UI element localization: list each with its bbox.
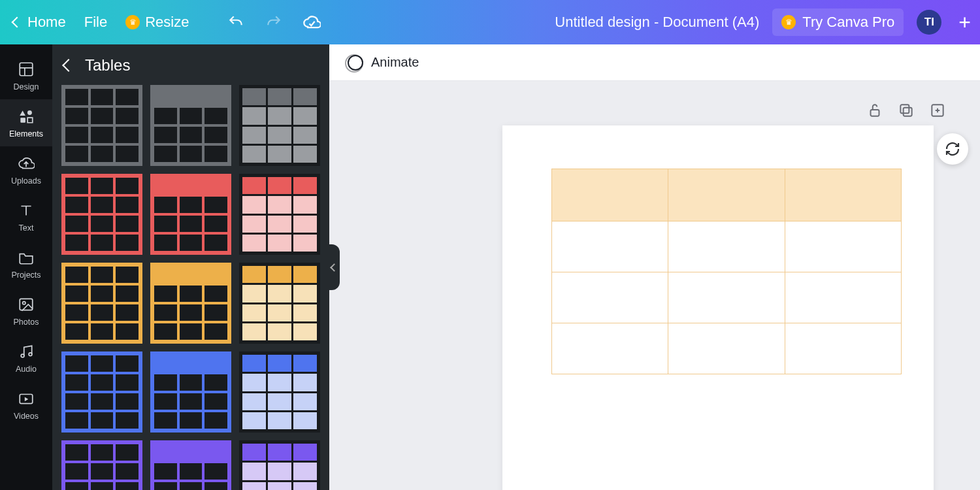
table-cell[interactable]	[785, 323, 901, 374]
nav-item-elements[interactable]: Elements	[0, 99, 52, 146]
svg-rect-2	[20, 118, 25, 123]
redo-button[interactable]	[265, 13, 283, 31]
home-button[interactable]: Home	[13, 14, 66, 31]
svg-point-5	[21, 354, 24, 357]
toolbar-left-group: Home File Resize	[13, 13, 321, 31]
side-nav-rail: DesignElementsUploadsTextProjectsPhotosA…	[0, 44, 52, 490]
nav-item-text[interactable]: Text	[0, 193, 52, 240]
add-button[interactable]: +	[955, 10, 975, 35]
nav-label: Text	[19, 223, 34, 233]
animate-icon	[348, 55, 363, 71]
table-template[interactable]	[239, 174, 320, 255]
table-cell[interactable]	[552, 272, 668, 323]
duplicate-page-button[interactable]	[898, 102, 915, 119]
table-cell[interactable]	[552, 221, 668, 272]
table-template[interactable]	[239, 440, 320, 490]
svg-rect-10	[900, 105, 909, 113]
nav-label: Projects	[11, 270, 41, 280]
panel-back-button[interactable]	[62, 59, 75, 72]
panel-title: Tables	[85, 56, 130, 74]
stage[interactable]	[329, 81, 980, 490]
context-toolbar: Animate	[329, 44, 980, 81]
try-pro-button[interactable]: Try Canva Pro	[772, 8, 904, 36]
table-template[interactable]	[150, 440, 231, 490]
table-cell[interactable]	[785, 169, 901, 221]
crown-icon	[125, 15, 140, 29]
elements-panel: Tables	[52, 44, 329, 490]
table-template[interactable]	[61, 263, 142, 344]
table-template[interactable]	[61, 440, 142, 490]
toolbar-right-group: Untitled design - Document (A4) Try Canv…	[555, 8, 975, 36]
table-template[interactable]	[61, 174, 142, 255]
nav-label: Audio	[16, 365, 37, 374]
table-cell[interactable]	[668, 272, 785, 323]
svg-point-1	[27, 110, 32, 115]
table-cell[interactable]	[668, 169, 785, 221]
shapes-icon	[17, 107, 35, 125]
nav-label: Design	[14, 82, 39, 91]
table-template[interactable]	[150, 85, 231, 166]
animate-label: Animate	[371, 55, 419, 70]
nav-item-audio[interactable]: Audio	[0, 335, 52, 382]
file-menu-button[interactable]: File	[84, 14, 107, 31]
svg-rect-0	[20, 63, 33, 76]
svg-rect-9	[904, 108, 912, 116]
table-cell[interactable]	[668, 323, 785, 374]
animate-button[interactable]: Animate	[348, 55, 419, 71]
crown-icon	[781, 15, 796, 29]
table-cell[interactable]	[552, 323, 668, 374]
svg-rect-3	[20, 299, 33, 310]
nav-label: Uploads	[11, 176, 41, 186]
refresh-fab[interactable]	[937, 133, 968, 165]
nav-label: Videos	[14, 412, 39, 421]
try-pro-label: Try Canva Pro	[802, 14, 894, 31]
nav-item-photos[interactable]: Photos	[0, 287, 52, 335]
nav-item-projects[interactable]: Projects	[0, 240, 52, 287]
image-icon	[17, 295, 35, 314]
table-template[interactable]	[150, 351, 231, 433]
panel-header: Tables	[52, 44, 329, 82]
user-avatar[interactable]: TI	[917, 10, 941, 35]
nav-item-videos[interactable]: Videos	[0, 382, 52, 429]
app-body: DesignElementsUploadsTextProjectsPhotosA…	[0, 44, 980, 490]
chevron-left-icon	[12, 17, 23, 28]
nav-item-uploads[interactable]: Uploads	[0, 146, 52, 193]
file-label: File	[84, 14, 107, 31]
table-template[interactable]	[150, 263, 231, 344]
sync-status-icon[interactable]	[302, 13, 321, 31]
table-template[interactable]	[239, 263, 320, 344]
table-cell[interactable]	[668, 221, 785, 272]
top-toolbar: Home File Resize Untitled design - Docum…	[0, 0, 980, 44]
lock-page-button[interactable]	[866, 102, 883, 119]
svg-rect-8	[871, 110, 879, 116]
nav-label: Photos	[14, 318, 39, 327]
document-title[interactable]: Untitled design - Document (A4)	[555, 14, 759, 31]
page-tools	[866, 102, 946, 119]
history-icons-group	[227, 13, 321, 31]
table-cell[interactable]	[785, 221, 901, 272]
cloud-up-icon	[17, 154, 35, 172]
canvas-table-element[interactable]	[551, 169, 902, 374]
table-template[interactable]	[239, 85, 320, 166]
table-template[interactable]	[61, 351, 142, 433]
table-template-grid	[61, 85, 320, 490]
music-icon	[17, 342, 35, 361]
home-label: Home	[27, 14, 66, 31]
table-cell[interactable]	[785, 272, 901, 323]
table-template[interactable]	[239, 351, 320, 433]
table-cell[interactable]	[552, 169, 668, 221]
text-icon	[17, 201, 35, 220]
resize-button[interactable]: Resize	[125, 14, 189, 31]
table-template[interactable]	[61, 85, 142, 166]
undo-button[interactable]	[227, 13, 245, 31]
canvas-area: Animate	[329, 44, 980, 490]
video-icon	[17, 389, 35, 408]
nav-item-design[interactable]: Design	[0, 52, 52, 99]
layout-icon	[17, 60, 35, 78]
table-template[interactable]	[150, 174, 231, 255]
nav-label: Elements	[9, 129, 43, 139]
panel-collapse-handle[interactable]	[327, 244, 340, 290]
add-page-button[interactable]	[929, 102, 946, 119]
document-page[interactable]	[502, 125, 934, 490]
svg-point-6	[29, 353, 32, 356]
